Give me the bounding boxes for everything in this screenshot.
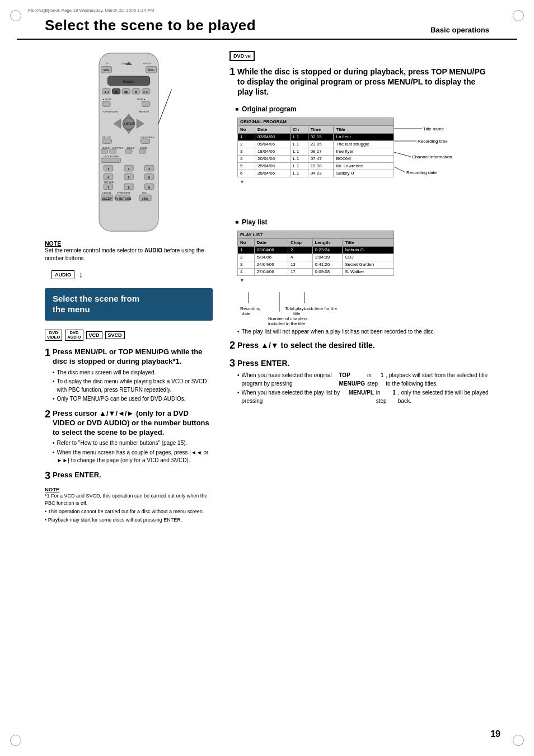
svg-text:CLOCK/TIMER: CLOCK/TIMER — [104, 155, 119, 158]
svg-line-75 — [158, 90, 172, 124]
svg-rect-44 — [139, 149, 146, 153]
blue-banner-text: Select the scene fromthe menu — [53, 294, 205, 315]
svg-line-82 — [394, 167, 405, 172]
svg-text:3: 3 — [148, 167, 150, 171]
step2-text: Press cursor ▲/▼/◄/► (only for a DVD VID… — [53, 409, 213, 438]
badge-dvd-video: DVDVIDEO — [45, 330, 62, 341]
right-step3-bullets: When you have selected the original prog… — [237, 372, 489, 405]
original-program-table: ORIGINAL PROGRAM No Date Ch Time Title 1… — [237, 118, 394, 177]
step2-bullet-2: When the menu screen has a couple of pag… — [53, 449, 213, 465]
svg-text:6: 6 — [148, 176, 150, 179]
svg-text:date: date — [242, 311, 251, 316]
table-row: 427/04/06170:09:08S. Walker — [238, 268, 394, 275]
svg-text:VOL: VOL — [148, 68, 155, 72]
left-column: TV CHANNEL AUDIO VOL VOL DVD/CD ◄◄ — [45, 40, 213, 525]
step3-text: Press ENTER. — [53, 471, 101, 480]
corner-mark-tl — [10, 10, 21, 21]
svg-text:TV RETURN: TV RETURN — [114, 197, 131, 200]
note-bottom-item-2: • Playback may start for some discs with… — [45, 516, 213, 524]
pl-col-title: Title — [343, 238, 394, 246]
pl-scroll-indicator: ▼ — [240, 278, 489, 283]
note-top-title: NOTE — [45, 240, 213, 247]
right-step3-num: 3 — [229, 358, 235, 368]
blue-banner: Select the scene fromthe menu — [45, 288, 213, 321]
corner-mark-bl — [10, 735, 21, 746]
svg-rect-36 — [140, 139, 150, 143]
badge-svcd: SVCD — [105, 331, 125, 339]
left-step-2: 2 Press cursor ▲/▼/◄/► (only for a DVD V… — [45, 409, 213, 465]
left-step-1: 1 Press MENU/PL or TOP MENU/PG while the… — [45, 348, 213, 403]
table-row: 420/04/06L 107:47BOOM! — [238, 155, 394, 162]
section-label: Basic operations — [430, 26, 489, 34]
step1-num: 1 — [45, 348, 50, 358]
table-row: 103/04/06L 102:15La fleur — [238, 133, 394, 140]
svg-text:5: 5 — [128, 176, 130, 179]
badge-dvd-audio: DVDAUDIO — [65, 330, 83, 341]
table-row: 628/04/06L 104:23Satisfy U — [238, 170, 394, 177]
right-column: DVD VR 1 While the disc is stopped or du… — [229, 40, 489, 525]
svg-rect-24 — [142, 101, 150, 106]
svg-text:SLOW►: SLOW► — [137, 98, 146, 101]
svg-rect-46 — [101, 158, 121, 162]
step2-bullet-1: Refer to "How to use the number buttons"… — [53, 439, 213, 448]
svg-text:SLEEP: SLEEP — [102, 197, 112, 200]
page-number: 19 — [490, 729, 500, 739]
play-list-label: Play list — [235, 218, 489, 226]
orig-col-date: Date — [255, 125, 291, 133]
right-step-1: 1 While the disc is stopped or during pl… — [229, 67, 489, 97]
left-step-3: 3 Press ENTER. — [45, 471, 213, 481]
play-list-table: PLAY LIST No Date Chap Length Title 103/… — [237, 231, 394, 276]
note-bottom-title: NOTE — [45, 486, 213, 492]
step3-num: 3 — [45, 471, 50, 481]
svg-text:Number of chapters: Number of chapters — [268, 316, 307, 321]
corner-mark-br — [513, 735, 524, 746]
svg-text:Title name: Title name — [423, 126, 444, 132]
svg-text:Channel information: Channel information — [412, 154, 452, 159]
remote-control-image: TV CHANNEL AUDIO VOL VOL DVD/CD ◄◄ — [67, 50, 190, 234]
svg-text:ANGLE: ANGLE — [127, 147, 134, 149]
svg-text:Recording date: Recording date — [406, 170, 437, 175]
right-step2-num: 2 — [229, 340, 235, 350]
right-step1-text: While the disc is stopped or during play… — [237, 67, 489, 97]
svg-text:TOP LINK: TOP LINK — [104, 181, 114, 184]
svg-text:SUBTITLE: SUBTITLE — [113, 147, 124, 149]
svg-text:◄◄: ◄◄ — [104, 90, 110, 93]
step1-bullet-2: To display the disc menu while playing b… — [53, 378, 213, 394]
step1-bullet-3: Only TOP MENU/PG can be used for DVD AUD… — [53, 395, 213, 403]
step1-bullet-1: The disc menu screen will be displayed. — [53, 369, 213, 377]
note-bottom-item-1: • This operation cannot be carried out f… — [45, 508, 213, 515]
badge-vcd: VCD — [86, 331, 102, 339]
svg-text:■: ■ — [135, 90, 137, 93]
note-bottom: NOTE *1 For a VCD and SVCD, this operati… — [45, 486, 213, 524]
step1-text: Press MENU/PL or TOP MENU/PG while the d… — [53, 348, 213, 367]
main-content: TV CHANNEL AUDIO VOL VOL DVD/CD ◄◄ — [17, 40, 517, 525]
right-step3-bullet-2: When you have selected the play list by … — [237, 389, 489, 405]
orig-col-no: No — [238, 125, 255, 133]
step2-bullets: Refer to "How to use the number buttons"… — [53, 439, 213, 465]
right-step3-bullet-1: When you have selected the original prog… — [237, 372, 489, 388]
svg-text:2: 2 — [128, 167, 130, 171]
right-step3-text: Press ENTER. — [237, 358, 289, 368]
play-list-annotations-svg: Recording date Total playback time for t… — [237, 292, 433, 337]
pl-col-length: Length — [312, 238, 343, 246]
svg-text:MENU/PL: MENU/PL — [139, 110, 150, 113]
note-bottom-item-0: *1 For a VCD and SVCD, this operation ca… — [45, 492, 213, 507]
step1-bullets: The disc menu screen will be displayed. … — [53, 369, 213, 403]
dvd-vr-badge: DVD VR — [229, 51, 255, 61]
svg-text:Recording: Recording — [240, 306, 260, 311]
svg-text:TV RETURN: TV RETURN — [117, 191, 130, 194]
page-header: Select the scene to be played Basic oper… — [17, 0, 517, 40]
pl-col-date: Date — [254, 238, 288, 246]
orig-col-time: Time — [308, 125, 334, 133]
svg-rect-43 — [125, 149, 132, 153]
original-program-area: ORIGINAL PROGRAM No Date Ch Time Title 1… — [237, 118, 489, 185]
svg-text:ENTER: ENTER — [124, 122, 134, 125]
right-step-3: 3 Press ENTER. When you have selected th… — [229, 358, 489, 405]
corner-mark-tr — [513, 10, 524, 21]
svg-text:TOP MENU/PG: TOP MENU/PG — [102, 110, 119, 113]
svg-text:AUDIO: AUDIO — [102, 147, 110, 149]
svg-text:AUDIO: AUDIO — [143, 62, 151, 65]
original-program-label: Original program — [235, 105, 489, 113]
svg-text:TV: TV — [106, 62, 109, 65]
svg-text:DVD/CD: DVD/CD — [123, 80, 134, 83]
